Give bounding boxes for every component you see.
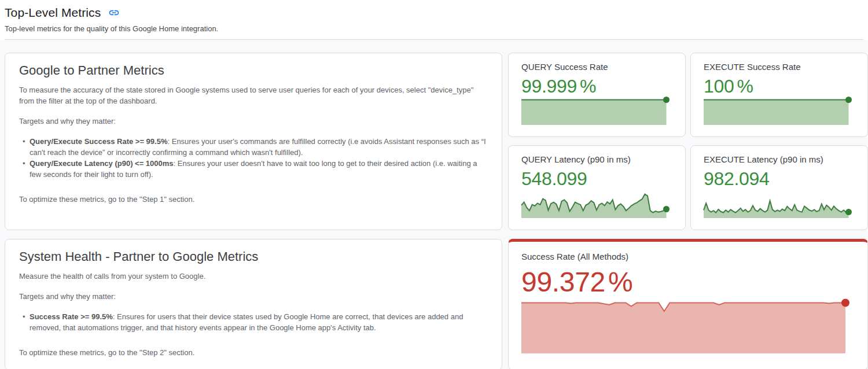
all-methods-sparkline-chart[interactable] [521,301,850,353]
metric-number: 99.999 [521,76,577,97]
google-to-partner-title: Google to Partner Metrics [19,62,488,79]
metric-number: 100 [704,76,734,97]
metric-title: Success Rate (All Methods) [521,251,850,263]
bullet-lead: Query/Execute Success Rate >= 99.5% [30,137,167,146]
google-to-partner-card: Google to Partner Metrics To measure the… [5,53,502,230]
metric-value: 99.999% [521,75,674,97]
google-to-partner-bullet-list: Query/Execute Success Rate >= 99.5%: Ens… [19,136,488,180]
system-health-intro: Measure the health of calls from your sy… [19,271,488,282]
bullet-lead: Success Rate >= 99.5% [30,312,113,321]
page-subtitle: Top-level metrics for the quality of thi… [5,24,863,34]
metric-number: 99.372 [521,267,605,297]
query-success-sparkline-chart[interactable] [521,98,670,125]
metric-unit: % [580,76,596,97]
metric-unit: % [737,76,753,97]
metric-title: QUERY Latency (p90 in ms) [521,154,674,165]
execute-success-sparkline-chart[interactable] [704,98,852,125]
bullet-query-execute-success-rate: Query/Execute Success Rate >= 99.5%: Ens… [30,136,488,158]
metrics-dashboard: Google to Partner Metrics To measure the… [0,40,868,369]
execute-latency-sparkline-chart[interactable] [704,191,852,218]
system-health-footer: To optimize these metrics, go to the "St… [19,347,488,358]
bullet-lead: Query/Execute Latency (p90) <= 1000ms [30,159,174,168]
metric-card-query-success-rate: QUERY Success Rate 99.999% [508,53,686,137]
metric-title: QUERY Success Rate [521,61,674,73]
metric-number: 982.094 [704,168,770,189]
google-to-partner-targets-label: Targets and why they matter: [19,116,488,127]
google-to-partner-intro: To measure the accuracy of the state sto… [19,84,488,106]
bullet-success-rate: Success Rate >= 99.5%: Ensures for users… [30,311,488,333]
page-title: Top-Level Metrics [5,5,101,21]
query-latency-sparkline-chart[interactable] [521,191,670,218]
metric-number: 548.099 [521,168,587,189]
system-health-targets-label: Targets and why they matter: [19,291,488,302]
metric-value: 100% [704,75,856,97]
metric-value: 99.372% [521,266,850,298]
metric-title: EXECUTE Success Rate [704,61,856,73]
metric-value: 982.094 [704,168,856,190]
page-header: Top-Level Metrics Top-level metrics for … [0,0,868,34]
metric-unit: % [608,267,632,297]
small-metric-grid: QUERY Success Rate 99.999% EXECUTE Succe… [508,53,868,230]
anchor-link-icon[interactable] [108,7,120,19]
system-health-title: System Health - Partner to Google Metric… [19,249,488,265]
system-health-card: System Health - Partner to Google Metric… [5,239,502,369]
metric-card-execute-success-rate: EXECUTE Success Rate 100% [690,53,868,137]
metric-value: 548.099 [521,168,674,190]
metric-title: EXECUTE Latency (p90 in ms) [704,154,856,165]
google-to-partner-footer: To optimize these metrics, go to the "St… [19,194,488,205]
metric-card-query-latency: QUERY Latency (p90 in ms) 548.099 [508,145,686,230]
metric-card-success-rate-all-methods: Success Rate (All Methods) 99.372% [508,239,868,369]
metric-card-execute-latency: EXECUTE Latency (p90 in ms) 982.094 [690,145,868,230]
bullet-query-execute-latency: Query/Execute Latency (p90) <= 1000ms: E… [30,158,488,180]
system-health-bullet-list: Success Rate >= 99.5%: Ensures for users… [19,311,488,333]
